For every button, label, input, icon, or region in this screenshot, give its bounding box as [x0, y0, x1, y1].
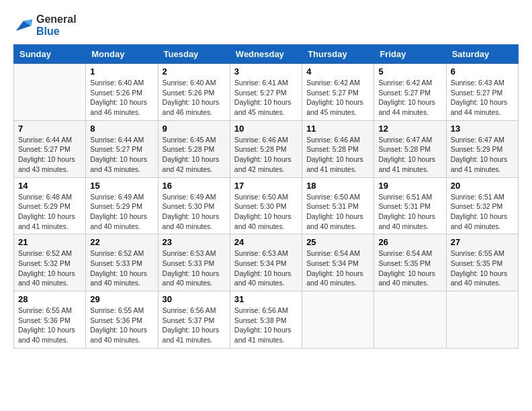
day-number: 10: [234, 124, 298, 134]
day-info: Sunrise: 6:49 AM Sunset: 5:29 PM Dayligh…: [90, 192, 153, 232]
day-of-week-header: Wednesday: [230, 45, 302, 64]
logo: General Blue: [13, 13, 77, 38]
day-info: Sunrise: 6:56 AM Sunset: 5:37 PM Dayligh…: [163, 306, 226, 345]
calendar-cell: 5Sunrise: 6:42 AM Sunset: 5:27 PM Daylig…: [374, 64, 446, 121]
day-info: Sunrise: 6:42 AM Sunset: 5:27 PM Dayligh…: [378, 78, 441, 118]
day-number: 14: [18, 181, 81, 191]
calendar-cell: 13Sunrise: 6:47 AM Sunset: 5:29 PM Dayli…: [446, 120, 518, 177]
calendar-cell: [446, 291, 518, 349]
calendar-week-row: 1Sunrise: 6:40 AM Sunset: 5:26 PM Daylig…: [14, 64, 519, 121]
day-number: 19: [378, 181, 441, 191]
calendar-cell: 23Sunrise: 6:53 AM Sunset: 5:33 PM Dayli…: [158, 234, 230, 291]
day-info: Sunrise: 6:55 AM Sunset: 5:35 PM Dayligh…: [451, 248, 514, 288]
header: General Blue: [13, 13, 519, 38]
day-number: 18: [306, 181, 369, 191]
calendar-cell: 24Sunrise: 6:53 AM Sunset: 5:34 PM Dayli…: [230, 234, 302, 291]
day-number: 29: [90, 294, 153, 304]
day-info: Sunrise: 6:47 AM Sunset: 5:28 PM Dayligh…: [378, 135, 441, 175]
calendar-cell: 2Sunrise: 6:40 AM Sunset: 5:26 PM Daylig…: [158, 64, 230, 121]
day-number: 8: [90, 124, 153, 134]
calendar-week-row: 7Sunrise: 6:44 AM Sunset: 5:27 PM Daylig…: [14, 120, 519, 177]
day-number: 26: [378, 237, 441, 247]
day-info: Sunrise: 6:43 AM Sunset: 5:27 PM Dayligh…: [451, 78, 514, 118]
day-info: Sunrise: 6:45 AM Sunset: 5:28 PM Dayligh…: [163, 135, 226, 175]
logo-text: General Blue: [36, 13, 77, 38]
day-info: Sunrise: 6:41 AM Sunset: 5:27 PM Dayligh…: [234, 78, 298, 118]
day-number: 9: [163, 124, 226, 134]
day-info: Sunrise: 6:40 AM Sunset: 5:26 PM Dayligh…: [163, 78, 226, 118]
day-of-week-header: Tuesday: [158, 45, 230, 64]
day-info: Sunrise: 6:50 AM Sunset: 5:30 PM Dayligh…: [234, 192, 298, 232]
day-info: Sunrise: 6:50 AM Sunset: 5:31 PM Dayligh…: [306, 192, 369, 232]
day-number: 23: [163, 237, 226, 247]
calendar-cell: [14, 64, 86, 121]
day-info: Sunrise: 6:48 AM Sunset: 5:29 PM Dayligh…: [18, 192, 81, 232]
logo-icon: [13, 17, 34, 34]
calendar-cell: 29Sunrise: 6:55 AM Sunset: 5:36 PM Dayli…: [86, 291, 158, 349]
calendar-cell: 4Sunrise: 6:42 AM Sunset: 5:27 PM Daylig…: [302, 64, 374, 121]
day-info: Sunrise: 6:51 AM Sunset: 5:31 PM Dayligh…: [378, 192, 441, 232]
calendar-week-row: 14Sunrise: 6:48 AM Sunset: 5:29 PM Dayli…: [14, 177, 519, 234]
day-info: Sunrise: 6:54 AM Sunset: 5:34 PM Dayligh…: [306, 248, 369, 288]
calendar-cell: 28Sunrise: 6:55 AM Sunset: 5:36 PM Dayli…: [14, 291, 86, 349]
calendar-cell: 12Sunrise: 6:47 AM Sunset: 5:28 PM Dayli…: [374, 120, 446, 177]
day-number: 31: [234, 294, 298, 304]
day-number: 11: [306, 124, 369, 134]
day-info: Sunrise: 6:40 AM Sunset: 5:26 PM Dayligh…: [90, 78, 153, 118]
calendar-cell: 30Sunrise: 6:56 AM Sunset: 5:37 PM Dayli…: [158, 291, 230, 349]
day-number: 24: [234, 237, 298, 247]
day-number: 2: [163, 66, 226, 77]
calendar-cell: 22Sunrise: 6:52 AM Sunset: 5:33 PM Dayli…: [86, 234, 158, 291]
day-number: 12: [378, 124, 441, 134]
day-info: Sunrise: 6:44 AM Sunset: 5:27 PM Dayligh…: [18, 135, 81, 175]
day-number: 28: [18, 294, 81, 304]
calendar-cell: 19Sunrise: 6:51 AM Sunset: 5:31 PM Dayli…: [374, 177, 446, 234]
day-number: 16: [163, 181, 226, 191]
calendar-week-row: 28Sunrise: 6:55 AM Sunset: 5:36 PM Dayli…: [14, 291, 519, 349]
calendar-cell: 18Sunrise: 6:50 AM Sunset: 5:31 PM Dayli…: [302, 177, 374, 234]
day-number: 25: [306, 237, 369, 247]
day-info: Sunrise: 6:49 AM Sunset: 5:30 PM Dayligh…: [163, 192, 226, 232]
day-info: Sunrise: 6:46 AM Sunset: 5:28 PM Dayligh…: [306, 135, 369, 175]
day-number: 21: [18, 237, 81, 247]
day-number: 20: [451, 181, 514, 191]
calendar-cell: 25Sunrise: 6:54 AM Sunset: 5:34 PM Dayli…: [302, 234, 374, 291]
calendar-cell: [374, 291, 446, 349]
calendar-cell: 26Sunrise: 6:54 AM Sunset: 5:35 PM Dayli…: [374, 234, 446, 291]
calendar-cell: 17Sunrise: 6:50 AM Sunset: 5:30 PM Dayli…: [230, 177, 302, 234]
day-info: Sunrise: 6:42 AM Sunset: 5:27 PM Dayligh…: [306, 78, 369, 118]
day-number: 27: [451, 237, 514, 247]
day-info: Sunrise: 6:55 AM Sunset: 5:36 PM Dayligh…: [18, 306, 81, 345]
day-number: 15: [90, 181, 153, 191]
day-number: 3: [234, 66, 298, 77]
calendar-cell: [302, 291, 374, 349]
calendar-cell: 10Sunrise: 6:46 AM Sunset: 5:28 PM Dayli…: [230, 120, 302, 177]
day-number: 17: [234, 181, 298, 191]
day-of-week-header: Saturday: [446, 45, 518, 64]
calendar-cell: 1Sunrise: 6:40 AM Sunset: 5:26 PM Daylig…: [86, 64, 158, 121]
calendar-cell: 7Sunrise: 6:44 AM Sunset: 5:27 PM Daylig…: [14, 120, 86, 177]
day-number: 13: [451, 124, 514, 134]
calendar-cell: 16Sunrise: 6:49 AM Sunset: 5:30 PM Dayli…: [158, 177, 230, 234]
day-number: 6: [451, 66, 514, 77]
day-number: 22: [90, 237, 153, 247]
calendar-table: SundayMondayTuesdayWednesdayThursdayFrid…: [13, 44, 519, 349]
calendar-header-row: SundayMondayTuesdayWednesdayThursdayFrid…: [14, 45, 519, 64]
calendar-body: 1Sunrise: 6:40 AM Sunset: 5:26 PM Daylig…: [14, 64, 519, 349]
calendar-cell: 8Sunrise: 6:44 AM Sunset: 5:27 PM Daylig…: [86, 120, 158, 177]
calendar-cell: 3Sunrise: 6:41 AM Sunset: 5:27 PM Daylig…: [230, 64, 302, 121]
calendar-cell: 31Sunrise: 6:56 AM Sunset: 5:38 PM Dayli…: [230, 291, 302, 349]
day-info: Sunrise: 6:52 AM Sunset: 5:33 PM Dayligh…: [90, 248, 153, 288]
calendar-cell: 20Sunrise: 6:51 AM Sunset: 5:32 PM Dayli…: [446, 177, 518, 234]
day-number: 7: [18, 124, 81, 134]
day-info: Sunrise: 6:44 AM Sunset: 5:27 PM Dayligh…: [90, 135, 153, 175]
day-info: Sunrise: 6:53 AM Sunset: 5:33 PM Dayligh…: [163, 248, 226, 288]
day-of-week-header: Sunday: [14, 45, 86, 64]
day-info: Sunrise: 6:53 AM Sunset: 5:34 PM Dayligh…: [234, 248, 298, 288]
calendar-cell: 6Sunrise: 6:43 AM Sunset: 5:27 PM Daylig…: [446, 64, 518, 121]
day-info: Sunrise: 6:47 AM Sunset: 5:29 PM Dayligh…: [451, 135, 514, 175]
calendar-cell: 27Sunrise: 6:55 AM Sunset: 5:35 PM Dayli…: [446, 234, 518, 291]
day-of-week-header: Thursday: [302, 45, 374, 64]
day-number: 1: [90, 66, 153, 77]
day-number: 5: [378, 66, 441, 77]
